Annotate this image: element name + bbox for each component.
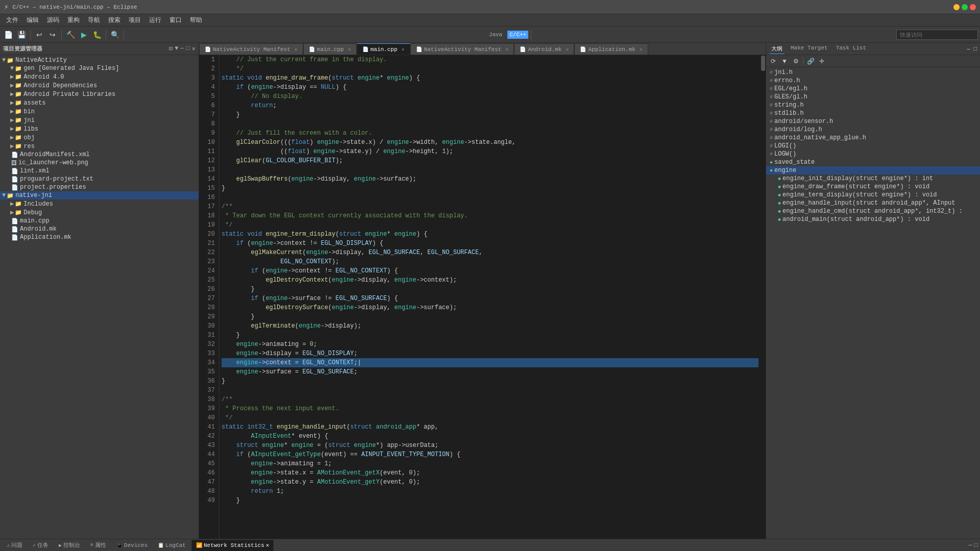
tree-item-android-mk[interactable]: 📄Android.mk: [0, 225, 199, 233]
menu-item-文件[interactable]: 文件: [2, 15, 22, 26]
window-close[interactable]: [970, 4, 976, 10]
code-line-16[interactable]: [222, 193, 758, 202]
tree-item-native-jni[interactable]: ▼📁native-jni: [0, 191, 199, 199]
tab-close-nativeactivity-manifest1[interactable]: ✕: [295, 46, 298, 53]
tree-item-lint[interactable]: 📄lint.xml: [0, 167, 199, 175]
tree-item-libs[interactable]: ▶📁libs: [0, 124, 199, 133]
tree-item-main-cpp[interactable]: 📄main.cpp: [0, 217, 199, 225]
tab-close-main-cpp-active[interactable]: ✕: [402, 46, 405, 53]
perspective-java[interactable]: Java: [489, 32, 502, 38]
editor-tab-nativeactivity-manifest2[interactable]: 📄NativeActivity Manifest✕: [410, 43, 514, 55]
code-line-13[interactable]: [222, 165, 758, 174]
bottom-tab-close-network-stats[interactable]: ✕: [266, 542, 270, 548]
bottom-maximize-btn[interactable]: □: [974, 542, 978, 549]
code-line-20[interactable]: static void engine_term_display(struct e…: [222, 230, 758, 239]
search-button[interactable]: 🔍: [109, 29, 121, 41]
code-line-8[interactable]: [222, 119, 758, 129]
tree-item-ic-launcher[interactable]: 🖼ic_launcher-web.png: [0, 159, 199, 167]
tree-item-androidmanifest[interactable]: 📄AndroidManifest.xml: [0, 151, 199, 159]
outline-item-engine-term-display[interactable]: ◆engine_term_display(struct engine*) : v…: [766, 191, 980, 199]
code-line-2[interactable]: */: [222, 64, 758, 73]
code-line-31[interactable]: }: [222, 331, 758, 340]
menu-item-导航[interactable]: 导航: [84, 15, 104, 26]
undo-button[interactable]: ↩: [33, 29, 45, 41]
outline-item-string-h[interactable]: #string.h: [766, 101, 980, 109]
tree-item-gen[interactable]: ▼📁gen [Generated Java Files]: [0, 64, 199, 72]
menu-item-帮助[interactable]: 帮助: [186, 15, 206, 26]
tab-close-application-mk-tab[interactable]: ✕: [640, 46, 643, 53]
outline-item-gles-gl-h[interactable]: #GLES/gl.h: [766, 93, 980, 101]
code-line-18[interactable]: * Tear down the EGL context currently as…: [222, 211, 758, 220]
code-line-11[interactable]: ((float) engine->state.y) / engine->heig…: [222, 147, 758, 156]
right-tab-task-list[interactable]: Task List: [834, 44, 868, 54]
code-line-26[interactable]: }: [222, 285, 758, 294]
outline-item-android-native-app[interactable]: #android_native_app_glue.h: [766, 134, 980, 142]
outline-item-logi[interactable]: #LOGI(): [766, 142, 980, 150]
sidebar-maximize-btn[interactable]: □: [186, 45, 190, 53]
code-line-24[interactable]: if (engine->context != EGL_NO_CONTEXT) {: [222, 266, 758, 276]
outline-item-engine[interactable]: ●engine: [766, 166, 980, 174]
code-line-29[interactable]: }: [222, 312, 758, 321]
outline-item-engine-init-display[interactable]: ◆engine_init_display(struct engine*) : i…: [766, 174, 980, 183]
bottom-tab-tasks[interactable]: ✓任务: [28, 540, 53, 551]
window-maximize[interactable]: [962, 4, 968, 10]
outline-item-android-main[interactable]: ◆android_main(struct android_app*) : voi…: [766, 215, 980, 223]
redo-button[interactable]: ↪: [46, 29, 59, 41]
editor-tab-nativeactivity-manifest1[interactable]: 📄NativeActivity Manifest✕: [199, 43, 303, 55]
code-line-42[interactable]: AInputEvent* event) {: [222, 432, 758, 441]
tab-close-main-cpp-tab[interactable]: ✕: [348, 46, 351, 53]
code-line-9[interactable]: // Just fill the screen with a color.: [222, 129, 758, 138]
code-line-47[interactable]: engine->state.y = AMotionEvent_getY(even…: [222, 478, 758, 487]
code-line-28[interactable]: eglDestroySurface(engine->display, engin…: [222, 303, 758, 312]
outline-item-logw[interactable]: #LOGW(): [766, 150, 980, 158]
sidebar-minimize-btn[interactable]: —: [180, 45, 184, 53]
code-line-6[interactable]: return;: [222, 101, 758, 110]
tree-item-includes[interactable]: ▶📁Includes: [0, 199, 199, 208]
code-line-4[interactable]: if (engine->display == NULL) {: [222, 83, 758, 92]
bottom-tab-network-stats[interactable]: 📶Network Statistics✕: [191, 540, 274, 551]
code-line-17[interactable]: /**: [222, 202, 758, 211]
menu-item-重构[interactable]: 重构: [63, 15, 84, 26]
code-line-41[interactable]: static int32_t engine_handle_input(struc…: [222, 422, 758, 432]
code-editor[interactable]: 1234567891011121314151617181920212223242…: [199, 55, 761, 539]
outline-item-errno-h[interactable]: #errno.h: [766, 77, 980, 85]
menu-item-项目[interactable]: 项目: [125, 15, 145, 26]
code-line-1[interactable]: // Just the current frame in the display…: [222, 55, 758, 64]
bottom-tab-properties[interactable]: ≡属性: [86, 540, 111, 551]
tree-item-proguard[interactable]: 📄proguard-project.txt: [0, 175, 199, 183]
code-line-12[interactable]: glClear(GL_COLOR_BUFFER_BIT);: [222, 156, 758, 165]
code-line-19[interactable]: */: [222, 220, 758, 230]
code-line-44[interactable]: if (AInputEvent_getType(event) == AINPUT…: [222, 450, 758, 459]
tree-item-application-mk[interactable]: 📄Application.mk: [0, 233, 199, 241]
outline-item-android-log-h[interactable]: #android/log.h: [766, 126, 980, 134]
editor-tab-android-mk-tab[interactable]: 📄Android.mk✕: [514, 43, 574, 55]
sidebar-menu-btn[interactable]: ▼: [175, 45, 178, 53]
sidebar-collapse-btn[interactable]: ⊡: [169, 45, 173, 53]
vertical-scrollbar[interactable]: [761, 55, 766, 539]
right-tab-outline[interactable]: 大纲: [769, 44, 785, 54]
editor-tab-application-mk-tab[interactable]: 📄Application.mk✕: [574, 43, 648, 55]
sidebar-close-btn[interactable]: ✕: [192, 45, 195, 53]
code-line-32[interactable]: engine->animating = 0;: [222, 340, 758, 349]
debug-button[interactable]: 🐛: [91, 29, 103, 41]
bottom-minimize-btn[interactable]: —: [969, 542, 972, 549]
tree-item-android-deps[interactable]: ▶📁Android Dependencies: [0, 81, 199, 90]
code-line-3[interactable]: static void engine_draw_frame(struct eng…: [222, 73, 758, 83]
code-line-5[interactable]: // No display.: [222, 92, 758, 101]
code-line-38[interactable]: /**: [222, 395, 758, 404]
code-line-30[interactable]: eglTerminate(engine->display);: [222, 321, 758, 331]
tree-item-project-props[interactable]: 📄project.properties: [0, 183, 199, 191]
code-line-36[interactable]: }: [222, 377, 758, 386]
tree-item-android-private[interactable]: ▶📁Android Private Libraries: [0, 90, 199, 98]
outline-btn4[interactable]: 🔗: [805, 56, 816, 66]
right-panel-minimize-btn[interactable]: —: [967, 46, 970, 52]
code-line-48[interactable]: return 1;: [222, 487, 758, 496]
code-lines[interactable]: // Just the current frame in the display…: [219, 55, 761, 539]
code-line-40[interactable]: */: [222, 413, 758, 422]
outline-item-jni-h[interactable]: #jni.h: [766, 68, 980, 77]
outline-item-engine-draw-frame[interactable]: ◆engine_draw_frame(struct engine*) : voi…: [766, 183, 980, 191]
code-line-46[interactable]: engine->state.x = AMotionEvent_getX(even…: [222, 468, 758, 478]
code-line-39[interactable]: * Process the next input event.: [222, 404, 758, 413]
code-line-49[interactable]: }: [222, 496, 758, 505]
tree-item-assets[interactable]: ▶📁assets: [0, 98, 199, 107]
